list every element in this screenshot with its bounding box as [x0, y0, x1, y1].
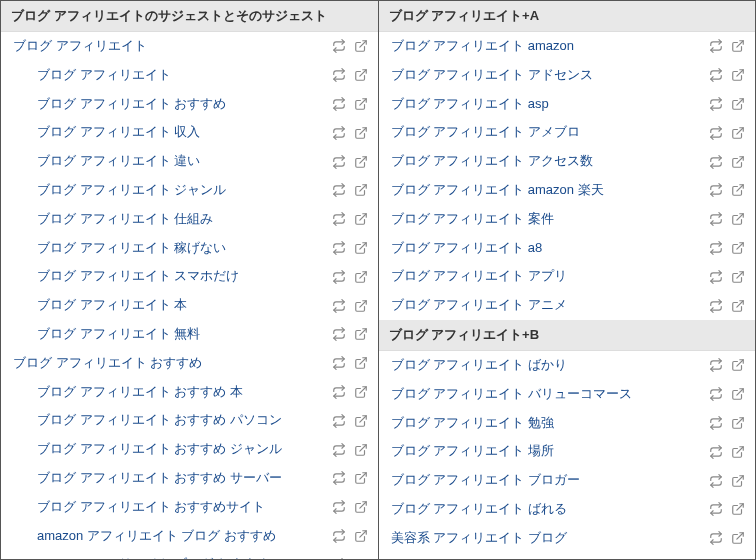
- keyword-link[interactable]: ブログ アフィリエイト バリューコマース: [391, 384, 702, 405]
- external-link-icon[interactable]: [354, 183, 368, 197]
- keyword-link[interactable]: ブログ アフィリエイト 収入: [37, 122, 324, 143]
- external-link-icon[interactable]: [731, 445, 745, 459]
- retweet-icon[interactable]: [332, 299, 346, 313]
- retweet-icon[interactable]: [709, 502, 723, 516]
- retweet-icon[interactable]: [332, 68, 346, 82]
- external-link-icon[interactable]: [731, 531, 745, 545]
- external-link-icon[interactable]: [354, 414, 368, 428]
- keyword-link[interactable]: ブログ アフィリエイト: [13, 36, 324, 57]
- keyword-link[interactable]: ブログ アフィリエイト 無料: [37, 324, 324, 345]
- external-link-icon[interactable]: [354, 443, 368, 457]
- keyword-link[interactable]: ブログ アフィリエイト おすすめサイト: [37, 497, 324, 518]
- retweet-icon[interactable]: [332, 183, 346, 197]
- external-link-icon[interactable]: [354, 212, 368, 226]
- retweet-icon[interactable]: [709, 445, 723, 459]
- retweet-icon[interactable]: [332, 39, 346, 53]
- external-link-icon[interactable]: [731, 416, 745, 430]
- retweet-icon[interactable]: [709, 474, 723, 488]
- keyword-link[interactable]: ブログ アフィリエイト ばれる: [391, 499, 702, 520]
- retweet-icon[interactable]: [332, 155, 346, 169]
- keyword-link[interactable]: ブログ アフィリエイト アプリ: [391, 266, 702, 287]
- retweet-icon[interactable]: [709, 531, 723, 545]
- retweet-icon[interactable]: [709, 270, 723, 284]
- external-link-icon[interactable]: [354, 97, 368, 111]
- keyword-link[interactable]: ブログ アフィリエイト a8: [391, 238, 702, 259]
- keyword-link[interactable]: ブログ アフィリエイト 違い: [37, 151, 324, 172]
- retweet-icon[interactable]: [709, 241, 723, 255]
- external-link-icon[interactable]: [354, 500, 368, 514]
- retweet-icon[interactable]: [709, 39, 723, 53]
- external-link-icon[interactable]: [731, 270, 745, 284]
- keyword-link[interactable]: スマホ アフィリエイト ブログ おすすめ: [37, 554, 324, 559]
- keyword-link[interactable]: 美容系 アフィリエイト ブログ: [391, 528, 702, 549]
- retweet-icon[interactable]: [332, 241, 346, 255]
- external-link-icon[interactable]: [731, 183, 745, 197]
- keyword-link[interactable]: ブログ アフィリエイト おすすめ サーバー: [37, 468, 324, 489]
- keyword-link[interactable]: ブログ アフィリエイト アクセス数: [391, 151, 702, 172]
- retweet-icon[interactable]: [709, 212, 723, 226]
- keyword-link[interactable]: ブログ アフィリエイト アドセンス: [391, 65, 702, 86]
- retweet-icon[interactable]: [709, 183, 723, 197]
- external-link-icon[interactable]: [354, 299, 368, 313]
- external-link-icon[interactable]: [731, 299, 745, 313]
- retweet-icon[interactable]: [332, 500, 346, 514]
- external-link-icon[interactable]: [731, 502, 745, 516]
- retweet-icon[interactable]: [709, 155, 723, 169]
- retweet-icon[interactable]: [332, 97, 346, 111]
- keyword-link[interactable]: ブログ アフィリエイト amazon: [391, 36, 702, 57]
- external-link-icon[interactable]: [354, 270, 368, 284]
- keyword-link[interactable]: ブログ アフィリエイト amazon 楽天: [391, 180, 702, 201]
- retweet-icon[interactable]: [709, 358, 723, 372]
- keyword-link[interactable]: ブログ アフィリエイト ばかり: [391, 355, 702, 376]
- retweet-icon[interactable]: [709, 126, 723, 140]
- retweet-icon[interactable]: [332, 385, 346, 399]
- external-link-icon[interactable]: [731, 39, 745, 53]
- external-link-icon[interactable]: [354, 471, 368, 485]
- retweet-icon[interactable]: [709, 416, 723, 430]
- keyword-link[interactable]: ブログ アフィリエイト おすすめ: [37, 94, 324, 115]
- retweet-icon[interactable]: [332, 327, 346, 341]
- external-link-icon[interactable]: [731, 474, 745, 488]
- external-link-icon[interactable]: [731, 358, 745, 372]
- external-link-icon[interactable]: [731, 212, 745, 226]
- keyword-link[interactable]: ブログ アフィリエイト asp: [391, 94, 702, 115]
- external-link-icon[interactable]: [731, 155, 745, 169]
- external-link-icon[interactable]: [731, 126, 745, 140]
- external-link-icon[interactable]: [354, 126, 368, 140]
- keyword-link[interactable]: ブログ アフィリエイト ブロガー: [391, 470, 702, 491]
- external-link-icon[interactable]: [731, 97, 745, 111]
- retweet-icon[interactable]: [332, 443, 346, 457]
- keyword-link[interactable]: ブログ アフィリエイト 勉強: [391, 413, 702, 434]
- external-link-icon[interactable]: [354, 558, 368, 559]
- external-link-icon[interactable]: [731, 68, 745, 82]
- keyword-link[interactable]: ブログ アフィリエイト 稼げない: [37, 238, 324, 259]
- keyword-link[interactable]: ブログ アフィリエイト アメブロ: [391, 122, 702, 143]
- keyword-link[interactable]: ブログ アフィリエイト おすすめ: [13, 353, 324, 374]
- external-link-icon[interactable]: [731, 241, 745, 255]
- external-link-icon[interactable]: [354, 39, 368, 53]
- keyword-link[interactable]: ブログ アフィリエイト 本: [37, 295, 324, 316]
- external-link-icon[interactable]: [354, 68, 368, 82]
- retweet-icon[interactable]: [332, 471, 346, 485]
- keyword-link[interactable]: ブログ アフィリエイト アニメ: [391, 295, 702, 316]
- retweet-icon[interactable]: [332, 212, 346, 226]
- retweet-icon[interactable]: [709, 97, 723, 111]
- retweet-icon[interactable]: [332, 356, 346, 370]
- external-link-icon[interactable]: [354, 155, 368, 169]
- external-link-icon[interactable]: [354, 327, 368, 341]
- keyword-link[interactable]: ブログ アフィリエイト: [37, 65, 324, 86]
- keyword-link[interactable]: ブログ アフィリエイト 案件: [391, 209, 702, 230]
- keyword-link[interactable]: ブログ アフィリエイト スマホだけ: [37, 266, 324, 287]
- retweet-icon[interactable]: [709, 299, 723, 313]
- keyword-link[interactable]: ブログ アフィリエイト おすすめ 本: [37, 382, 324, 403]
- retweet-icon[interactable]: [332, 270, 346, 284]
- keyword-link[interactable]: ブログ アフィリエイト 仕組み: [37, 209, 324, 230]
- external-link-icon[interactable]: [354, 385, 368, 399]
- keyword-link[interactable]: base ブログ アフィリエイト: [391, 557, 702, 559]
- retweet-icon[interactable]: [709, 68, 723, 82]
- retweet-icon[interactable]: [332, 414, 346, 428]
- keyword-link[interactable]: ブログ アフィリエイト おすすめ ジャンル: [37, 439, 324, 460]
- keyword-link[interactable]: ブログ アフィリエイト 場所: [391, 441, 702, 462]
- retweet-icon[interactable]: [332, 558, 346, 559]
- external-link-icon[interactable]: [354, 241, 368, 255]
